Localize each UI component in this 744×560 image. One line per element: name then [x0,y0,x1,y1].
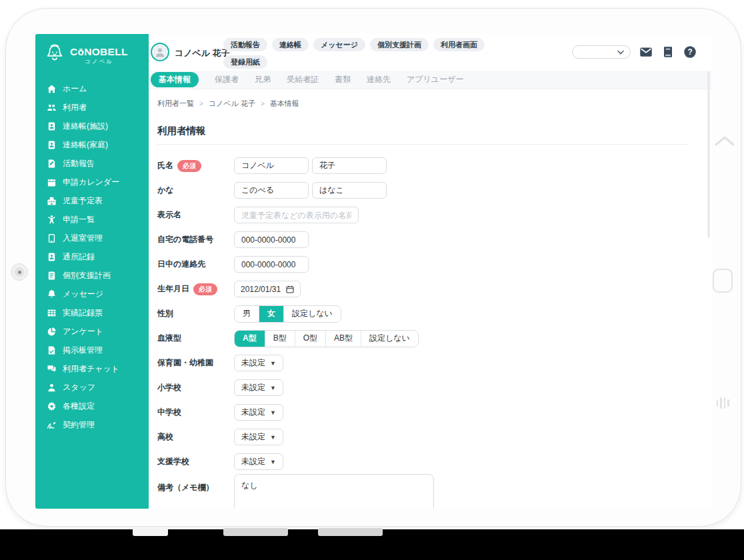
field-control: 男女設定しない [234,305,341,323]
sidebar-item[interactable]: 契約管理 [35,415,139,434]
home-phone-input[interactable] [234,231,309,248]
segment-option[interactable]: 男 [235,306,259,322]
sidebar-menu: ホーム利用者連絡帳(施設)連絡帳(家庭)活動報告申請カレンダー児童予定表申請一覧… [35,79,139,434]
high-school-select[interactable]: 未設定▼ [234,429,283,445]
sidebar-item[interactable]: 入退室管理 [35,229,139,247]
tab-アプリユーザー[interactable]: アプリユーザー [407,74,463,85]
user-info-form: 氏名必須かな表示名自宅の電話番号日中の連絡先生年月日必須2012/01/31性別… [139,153,706,509]
pie-chart-icon [47,327,57,337]
header-action-button[interactable]: 活動報告 [223,38,267,51]
tablet-camera [11,263,28,281]
contact-book-icon [47,140,57,150]
logo[interactable]: CōNOBELL コノベル [35,34,139,66]
sidebar-item[interactable]: 利用者チャット [35,359,139,378]
header-action-button[interactable]: メッセージ [313,38,365,51]
quick-actions: 活動報告連絡帳メッセージ個別支援計画利用者画面 登録用紙 [223,38,542,69]
sidebar-item[interactable]: 連絡帳(施設) [35,117,139,135]
display-name-input[interactable] [234,207,359,223]
memo-textarea[interactable] [234,474,434,509]
sidebar-item[interactable]: 連絡帳(家庭) [35,135,139,154]
segment-option[interactable]: 女 [259,306,283,322]
form-row: 性別男女設定しない [157,301,706,326]
segment-option[interactable]: O型 [295,331,325,347]
sidebar-item-label: 各種設定 [63,401,95,412]
sidebar-item-label: アンケート [63,326,103,337]
last-name-input[interactable] [234,157,309,174]
first-name-kana-input[interactable] [312,182,387,199]
sidebar-item-label: スタッフ [63,382,95,393]
help-icon[interactable]: ? [683,45,697,59]
daytime-phone-input[interactable] [234,256,309,273]
tab-書類[interactable]: 書類 [335,74,351,85]
header-action-button[interactable]: 個別支援計画 [370,38,429,51]
segment-option[interactable]: 設定しない [361,331,418,347]
field-control [234,256,309,273]
breadcrumb-separator: > [199,100,203,107]
sidebar-item[interactable]: アンケート [35,322,139,341]
first-name-input[interactable] [312,157,387,174]
field-label: 血液型 [157,333,234,344]
brand-name: CōNOBELL [70,43,128,57]
tab-基本情報[interactable]: 基本情報 [151,72,199,87]
tab-保護者[interactable]: 保護者 [215,74,239,85]
form-row: かな [157,178,706,203]
sidebar-item[interactable]: メッセージ [35,285,139,303]
sidebar-item[interactable]: 通所記録 [35,247,139,266]
nursery-school-select[interactable]: 未設定▼ [234,355,283,371]
sidebar-item[interactable]: 児童予定表 [35,191,139,210]
breadcrumb-separator: > [261,100,265,107]
select-value: 未設定 [241,407,265,418]
sidebar-item[interactable]: 申請カレンダー [35,173,139,191]
stand-foot [223,528,288,536]
tab-連絡先[interactable]: 連絡先 [367,74,391,85]
vertical-scrollbar[interactable] [707,71,710,238]
header-action-button[interactable]: 利用者画面 [433,38,485,51]
manual-icon[interactable] [661,45,675,59]
segment-option[interactable]: B型 [265,331,295,347]
main-content: コノベル 花子 活動報告連絡帳メッセージ個別支援計画利用者画面 登録用紙 ? [139,34,711,509]
sidebar-item[interactable]: 個別支援計画 [35,266,139,285]
elementary-school-select[interactable]: 未設定▼ [234,379,283,396]
sidebar-item[interactable]: 各種設定 [35,397,139,415]
sidebar-item[interactable]: 活動報告 [35,154,139,173]
sidebar-item[interactable]: スタッフ [35,378,139,397]
contract-icon [47,420,57,430]
field-label-text: 小学校 [157,382,181,393]
support-school-select[interactable]: 未設定▼ [234,453,283,470]
field-control [234,182,387,199]
record-book-icon [47,252,57,262]
segment-option[interactable]: A型 [235,331,265,347]
header-action-button[interactable]: 連絡帳 [272,38,309,51]
tab-受給者証[interactable]: 受給者証 [287,74,319,85]
sidebar-item-label: 掲示板管理 [63,345,103,356]
sidebar-item[interactable]: 申請一覧 [35,210,139,229]
field-label: 高校 [157,431,234,443]
segment-option[interactable]: AB型 [325,331,361,347]
sidebar-item[interactable]: 掲示板管理 [35,341,139,359]
header-select[interactable] [572,45,631,59]
header-action-button[interactable]: 登録用紙 [223,55,267,69]
segment-option[interactable]: 設定しない [283,306,341,322]
field-label-text: 高校 [157,431,173,443]
tab-兄弟[interactable]: 兄弟 [255,74,271,85]
bell-icon [47,289,57,299]
header-right-cluster: ? [572,45,697,59]
field-label: 自宅の電話番号 [157,234,234,245]
breadcrumb-item[interactable]: 利用者一覧 [157,99,194,109]
last-name-kana-input[interactable] [234,182,309,199]
sidebar-item[interactable]: 実績記録票 [35,303,139,322]
plan-book-icon [47,271,57,281]
breadcrumb-item[interactable]: コノベル 花子 [209,99,255,109]
sidebar-item[interactable]: 利用者 [35,98,139,117]
app-screen: コノベル 花子 活動報告連絡帳メッセージ個別支援計画利用者画面 登録用紙 ? [35,34,711,509]
page-body: 利用者一覧>コノベル 花子>基本情報 利用者情報 氏名必須かな表示名自宅の電話番… [139,89,706,509]
header: コノベル 花子 活動報告連絡帳メッセージ個別支援計画利用者画面 登録用紙 ? [139,34,711,71]
sidebar-item-label: 連絡帳(家庭) [63,139,108,151]
field-label: 中学校 [157,407,234,418]
birthdate-input[interactable]: 2012/01/31 [234,281,301,297]
chevron-down-icon: ▼ [270,459,276,465]
mail-icon[interactable] [639,45,653,59]
required-badge: 必須 [193,283,217,295]
junior-high-school-select[interactable]: 未設定▼ [234,404,283,421]
sidebar-item[interactable]: ホーム [35,79,139,98]
